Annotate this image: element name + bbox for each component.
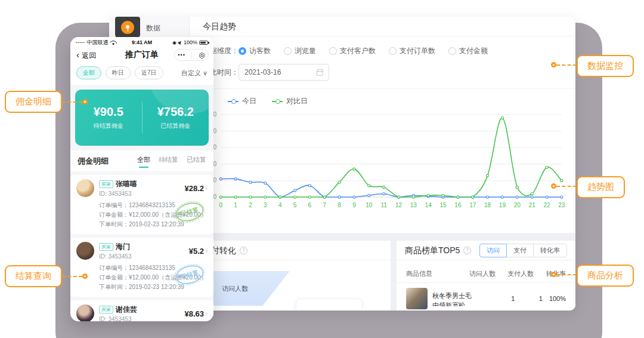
settled-label: 已结算佣金 <box>160 122 190 130</box>
chevron-left-icon: ‹ <box>76 50 79 60</box>
dimension-row: 数据维度： 访客数 浏览量 支付客户数 支付订单数 <box>203 46 562 56</box>
callout-dot <box>551 183 556 189</box>
settled-amount: ¥756.2 <box>157 105 194 119</box>
app-logo-tab[interactable] <box>115 17 140 38</box>
radio-icon <box>448 47 456 55</box>
svg-text:16: 16 <box>454 202 462 208</box>
more-button[interactable]: ••• <box>178 52 185 58</box>
pending-amount: ¥90.5 <box>94 105 123 119</box>
svg-text:1: 1 <box>234 202 237 208</box>
svg-text:15: 15 <box>439 202 447 208</box>
custom-range-dropdown[interactable]: 自定义 ∨ <box>181 69 208 78</box>
payers-value: 1 <box>515 295 542 302</box>
chip-yesterday[interactable]: 昨日 <box>106 66 131 79</box>
divider <box>190 88 575 89</box>
product-thumbnail <box>406 288 428 309</box>
payment-conversion-card: 支付转化 访问人数 <box>190 241 391 311</box>
sidebar-item-data[interactable]: 数据 <box>146 23 160 33</box>
buyer-badge: 买家 <box>99 306 113 314</box>
chevron-right-icon: › <box>205 247 208 255</box>
radio-icon <box>389 47 397 55</box>
metric-radio-visitors[interactable]: 访客数 <box>239 46 271 56</box>
today-trend-card: 今日趋势 数据维度： 访客数 浏览量 支付客户数 支付订单数 <box>190 17 575 233</box>
miniprogram-capsule: ••• ◎ <box>174 49 209 61</box>
callout-line <box>556 186 577 187</box>
radio-icon <box>239 47 246 55</box>
svg-text:12: 12 <box>395 202 402 208</box>
chevron-right-icon: › <box>205 309 208 318</box>
buyer-name: 张嘻嘻 <box>116 179 137 189</box>
metric-radio-paid-amount[interactable]: 支付金额 <box>448 46 488 56</box>
filter-chip-row: 全部 昨日 近7日 自定义 ∨ <box>70 63 213 85</box>
buyer-name: 谢佳芸 <box>116 305 137 315</box>
close-target-button[interactable]: ◎ <box>199 51 205 59</box>
callout-line <box>62 276 82 277</box>
callout-box: 商品分析 <box>577 265 634 287</box>
avatar <box>76 179 94 197</box>
callout-line <box>556 64 577 66</box>
svg-text:13: 13 <box>410 202 417 208</box>
callout-trend-chart-connector <box>551 183 577 189</box>
callout-data-monitoring: 数据监控 <box>577 55 634 77</box>
metric-radio-pageviews[interactable]: 浏览量 <box>284 46 316 56</box>
commission-amount: ¥5.2 <box>189 247 204 256</box>
status-bar: ••••• 中国联通 9:41 AM ◉ 100% <box>70 37 213 47</box>
back-button[interactable]: ‹ 返回 <box>76 50 96 61</box>
ranking-tab-visits[interactable]: 访问 <box>479 244 507 257</box>
svg-text:8: 8 <box>338 202 341 208</box>
product-ranking-card: 商品榜单TOP5 访问 支付 转化率 商品信息 访问人数 支付人数 转化率 秋冬 <box>397 241 575 311</box>
legend-item-compare[interactable]: 对比日 <box>272 96 308 106</box>
chevron-right-icon: › <box>205 184 208 192</box>
radio-icon <box>284 47 292 55</box>
funnel-tooltip <box>296 299 363 310</box>
legend-marker <box>272 101 283 102</box>
chart-legend: 今日 对比日 <box>228 96 575 106</box>
svg-text:10: 10 <box>366 202 373 208</box>
calendar-icon[interactable] <box>317 69 323 76</box>
metric-radio-paying-customers[interactable]: 支付客户数 <box>329 46 376 56</box>
pin-logo-icon <box>121 21 134 34</box>
commission-list-item[interactable]: 买家 海门 ID: 3453453 ¥5.2 › 订单编号：1234684321… <box>70 238 213 297</box>
svg-text:0: 0 <box>219 202 222 208</box>
svg-text:9: 9 <box>352 202 356 208</box>
metric-radio-paid-orders[interactable]: 支付订单数 <box>389 46 435 56</box>
svg-text:19: 19 <box>499 202 506 208</box>
svg-text:11: 11 <box>380 202 387 208</box>
compare-date-input[interactable]: 2021-03-16 <box>239 64 329 81</box>
buyer-id: ID: 3453453 <box>99 316 184 321</box>
svg-text:20: 20 <box>514 202 521 208</box>
svg-text:3: 3 <box>264 202 267 208</box>
ranking-tab-rate[interactable]: 转化率 <box>533 244 567 257</box>
settled-commission: ¥756.2 已结算佣金 <box>143 90 209 146</box>
svg-text:2: 2 <box>249 202 252 208</box>
list-tab-settled[interactable]: 已结算 <box>187 155 206 167</box>
product-ranking-title: 商品榜单TOP5 <box>405 241 460 260</box>
commission-list-item[interactable]: 买家 谢佳芸 ID: 3453453 ¥8.63 › 订单编号：12346843… <box>70 300 213 321</box>
ranking-table-header: 商品信息 访问人数 支付人数 转化率 <box>397 265 575 283</box>
commission-list-item[interactable]: 买家 张嘻嘻 ID: 3453453 ¥28.2 › 订单编号：12346843… <box>70 175 213 234</box>
buyer-id: ID: 3453453 <box>99 253 189 260</box>
chip-last7days[interactable]: 近7日 <box>135 66 163 79</box>
callout-line <box>556 274 577 275</box>
ranking-tab-pay[interactable]: 支付 <box>506 244 534 257</box>
svg-text:0: 0 <box>213 193 217 200</box>
question-circle-icon[interactable] <box>463 247 471 254</box>
question-circle-icon[interactable] <box>240 247 247 254</box>
chip-all[interactable]: 全部 <box>76 66 101 79</box>
legend-item-today[interactable]: 今日 <box>228 96 256 106</box>
ranking-table-row[interactable]: 秋冬季男士毛 中领新宽松 1 1 100% <box>397 283 575 311</box>
callout-settlement-query: 结算查询 <box>5 265 88 287</box>
avatar <box>76 305 94 321</box>
svg-text:22: 22 <box>543 202 550 208</box>
callout-commission-detail: 佣金明细 <box>5 91 88 113</box>
list-tab-all[interactable]: 全部 <box>137 155 150 167</box>
visits-value: 1 <box>487 295 515 302</box>
phone-nav-bar: ‹ 返回 推广订单 ••• ◎ <box>70 47 213 63</box>
svg-text:21: 21 <box>529 202 536 208</box>
callout-product-analysis: 商品分析 <box>577 265 634 287</box>
svg-text:7: 7 <box>323 202 326 208</box>
callout-line <box>62 102 82 103</box>
radio-icon <box>329 47 337 55</box>
callout-box: 佣金明细 <box>5 91 62 113</box>
list-tab-pending[interactable]: 待结算 <box>159 155 178 167</box>
